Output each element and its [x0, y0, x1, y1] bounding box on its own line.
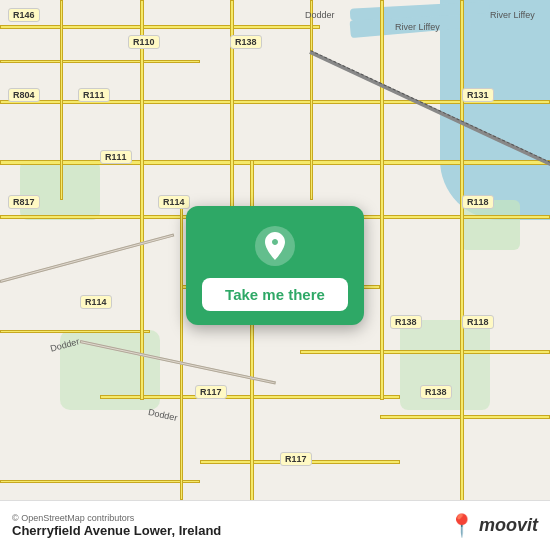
moovit-brand-text: moovit	[479, 515, 538, 536]
road-label-r114a: R114	[158, 195, 190, 209]
river-liffey-label-2: River Liffey	[395, 22, 440, 32]
take-me-there-button[interactable]: Take me there	[202, 278, 348, 311]
road-label-r118b: R118	[462, 315, 494, 329]
road-label-r114b: R114	[80, 295, 112, 309]
road-label-r111a: R111	[78, 88, 110, 102]
road-label-r117a: R117	[195, 385, 227, 399]
location-pin-icon	[253, 224, 297, 268]
location-text: Cherryfield Avenue Lower, Ireland	[12, 523, 221, 538]
road-label-r131: R131	[462, 88, 494, 102]
river-liffey-label-3: River Liffey	[490, 10, 535, 20]
road-segment	[380, 0, 384, 400]
road-segment	[0, 215, 200, 219]
road-segment	[180, 200, 183, 500]
road-label-r110: R110	[128, 35, 160, 49]
road-label-r138c: R138	[420, 385, 452, 399]
road-label-r804: R804	[8, 88, 40, 102]
road-label-r111b: R111	[100, 150, 132, 164]
road-segment	[0, 160, 550, 165]
river-liffey-label-1: Dodder	[305, 10, 335, 20]
water-dublin-bay	[440, 0, 550, 220]
road-segment	[300, 350, 550, 354]
moovit-logo: 📍 moovit	[448, 513, 538, 539]
road-label-r138a: R138	[230, 35, 262, 49]
bottom-bar: © OpenStreetMap contributors Cherryfield…	[0, 500, 550, 550]
road-segment	[0, 330, 150, 333]
road-segment	[140, 0, 144, 400]
road-segment	[380, 415, 550, 419]
copyright-text: © OpenStreetMap contributors	[12, 513, 221, 523]
road-label-r146: R146	[8, 8, 40, 22]
road-label-r817: R817	[8, 195, 40, 209]
road-label-r118a: R118	[462, 195, 494, 209]
bottom-left-info: © OpenStreetMap contributors Cherryfield…	[12, 513, 221, 538]
road-label-r117b: R117	[280, 452, 312, 466]
moovit-pin-icon: 📍	[448, 513, 475, 539]
map-container: R146 R804 R111 R110 R138 R131 R111 R114 …	[0, 0, 550, 550]
road-segment	[0, 60, 200, 63]
road-segment	[460, 0, 464, 550]
road-segment	[0, 25, 320, 29]
road-label-r138b: R138	[390, 315, 422, 329]
road-segment	[60, 0, 63, 200]
road-segment	[0, 480, 200, 483]
location-popup: Take me there	[186, 206, 364, 325]
road-segment	[310, 0, 313, 200]
